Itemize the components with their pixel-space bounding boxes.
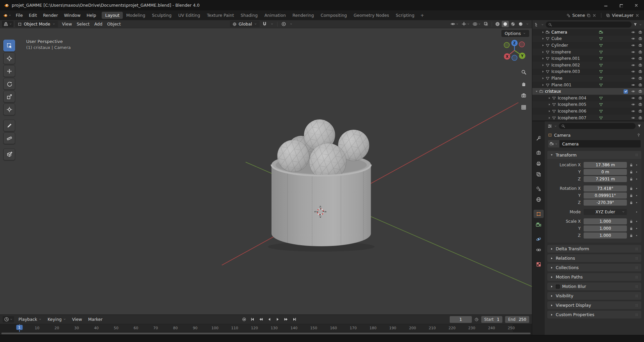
section-custom-properties[interactable]: Custom Properties <box>547 311 641 318</box>
viewport-toggle-ortho-button[interactable] <box>521 104 527 111</box>
workspace-tab-rendering[interactable]: Rendering <box>289 12 317 19</box>
snap-settings-dropdown[interactable] <box>269 22 275 26</box>
hide-in-viewport-toggle[interactable] <box>631 30 635 34</box>
outliner-row-icosphere-005[interactable]: Icosphere.005 <box>532 101 644 108</box>
disable-in-renders-toggle[interactable] <box>638 63 642 67</box>
viewport-menu-view[interactable]: View <box>60 20 75 28</box>
object-name-field[interactable]: Camera <box>559 140 641 147</box>
workspace-tab-layout[interactable]: Layout <box>102 12 123 19</box>
prev-keyframe-button[interactable] <box>257 316 265 323</box>
outliner-row-icosphere[interactable]: Icosphere <box>532 49 644 55</box>
animate-toggle[interactable] <box>635 220 639 223</box>
lock-button[interactable] <box>629 163 634 167</box>
tool-cursor-button[interactable] <box>3 52 15 64</box>
add-workspace-button[interactable]: + <box>418 12 427 18</box>
hide-in-viewport-toggle[interactable] <box>631 116 635 120</box>
disable-in-renders-toggle[interactable] <box>638 96 642 100</box>
viewport-menu-add[interactable]: Add <box>92 20 105 28</box>
lock-button[interactable] <box>629 219 634 223</box>
scene-selector[interactable]: Scene <box>566 13 596 18</box>
section-visibility[interactable]: Visibility <box>547 292 641 300</box>
properties-tab-viewlayer[interactable] <box>534 170 544 178</box>
xray-toggle[interactable] <box>483 21 490 27</box>
properties-tab-texture[interactable] <box>534 260 544 268</box>
hide-in-viewport-toggle[interactable] <box>631 56 635 60</box>
shading-dropdown[interactable] <box>525 22 530 26</box>
value-field[interactable]: 7.2931 m <box>584 176 627 182</box>
lock-button[interactable] <box>629 186 634 190</box>
disable-in-renders-toggle[interactable] <box>638 70 642 74</box>
menu-file[interactable]: File <box>13 12 26 19</box>
disclosure-collapsed-icon[interactable] <box>548 96 552 100</box>
maximize-button[interactable] <box>613 0 629 10</box>
timeline-scrollbar[interactable] <box>1 333 531 334</box>
jump-start-button[interactable] <box>249 316 256 323</box>
navigation-gizmo[interactable]: Z Y X <box>500 36 529 65</box>
app-menu-button[interactable] <box>1 12 13 18</box>
rotation-mode-dropdown[interactable]: XYZ Euler <box>584 209 627 215</box>
transform-panel-header[interactable]: Transform <box>547 151 641 159</box>
outliner-editor-icon[interactable] <box>534 22 539 27</box>
outliner-row-icosphere-006[interactable]: Icosphere.006 <box>532 108 644 115</box>
viewport-zoom-button[interactable] <box>521 69 527 76</box>
value-field[interactable]: 1.000 <box>584 232 627 239</box>
shading-rendered-button[interactable] <box>517 21 524 27</box>
viewport-pan-button[interactable] <box>521 81 527 88</box>
menu-edit[interactable]: Edit <box>26 12 40 19</box>
next-keyframe-button[interactable] <box>282 316 290 323</box>
menu-help[interactable]: Help <box>84 12 99 19</box>
tool-select-box-button[interactable] <box>3 40 15 51</box>
start-frame-field[interactable]: Start 1 <box>481 316 502 323</box>
proportional-falloff-dropdown[interactable] <box>289 22 294 26</box>
viewport-camera-view-button[interactable] <box>521 93 527 99</box>
tool-transform-button[interactable] <box>3 103 15 115</box>
timeline-ruler[interactable]: 1020304050607080901001101201301401501601… <box>0 324 532 332</box>
disclosure-collapsed-icon[interactable] <box>541 77 546 80</box>
proportional-editing-toggle[interactable] <box>280 21 287 27</box>
workspace-tab-animation[interactable]: Animation <box>261 12 289 19</box>
disable-in-renders-toggle[interactable] <box>638 116 642 120</box>
minimize-button[interactable] <box>598 0 613 10</box>
hide-in-viewport-toggle[interactable] <box>631 83 635 87</box>
value-field[interactable]: 1.000 <box>584 225 627 231</box>
timeline-menu-keying[interactable]: Keying <box>45 316 69 323</box>
hide-in-viewport-toggle[interactable] <box>631 70 635 74</box>
gizmo-neg-z[interactable] <box>512 55 517 60</box>
disclosure-collapsed-icon[interactable] <box>541 44 546 47</box>
workspace-tab-uv-editing[interactable]: UV Editing <box>175 12 203 19</box>
preview-range-clock-icon[interactable] <box>475 317 479 322</box>
animate-toggle[interactable] <box>635 187 639 190</box>
disable-in-renders-toggle[interactable] <box>638 76 642 80</box>
play-reverse-button[interactable] <box>265 316 273 323</box>
workspace-tab-modeling[interactable]: Modeling <box>123 12 149 19</box>
disclosure-collapsed-icon[interactable] <box>541 70 546 73</box>
show-gizmos-button[interactable] <box>460 21 471 27</box>
outliner-row-icosphere-007[interactable]: Icosphere.007 <box>532 115 644 121</box>
tool-scale-button[interactable] <box>3 91 15 102</box>
outliner-row-cylinder[interactable]: Cylinder <box>532 42 644 49</box>
outliner-row-plane-001[interactable]: Plane.001 <box>532 82 644 88</box>
workspace-tab-geometry-nodes[interactable]: Geometry Nodes <box>350 12 392 19</box>
properties-tab-constraints[interactable] <box>534 246 544 254</box>
animate-toggle[interactable] <box>635 194 639 197</box>
disclosure-collapsed-icon[interactable] <box>548 116 552 120</box>
section-checkbox[interactable] <box>556 285 560 289</box>
hide-in-viewport-toggle[interactable] <box>631 89 635 93</box>
outliner-row-icosphere-001[interactable]: Icosphere.001 <box>532 55 644 62</box>
shading-solid-button[interactable] <box>502 21 509 27</box>
disclosure-collapsed-icon[interactable] <box>541 57 546 60</box>
shading-wireframe-button[interactable] <box>494 21 501 27</box>
properties-tab-world[interactable] <box>534 195 544 204</box>
section-motion-blur[interactable]: Motion Blur <box>547 283 641 290</box>
workspace-tab-texture-paint[interactable]: Texture Paint <box>203 12 237 19</box>
outliner-row-icosphere-003[interactable]: Icosphere.003 <box>532 69 644 75</box>
object-type-visibility-button[interactable] <box>449 21 460 27</box>
tool-annotate-button[interactable] <box>3 120 15 131</box>
close-button[interactable] <box>629 0 644 10</box>
shading-material-button[interactable] <box>509 21 516 27</box>
properties-tab-tool[interactable] <box>534 134 544 142</box>
viewport-menu-object[interactable]: Object <box>105 20 123 28</box>
gizmo-neg-x[interactable] <box>519 42 525 47</box>
disclosure-collapsed-icon[interactable] <box>541 50 546 54</box>
editor-type-button[interactable] <box>2 21 13 27</box>
